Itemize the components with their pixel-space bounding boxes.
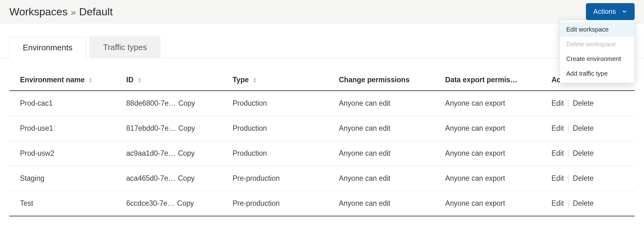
dropdown-item-edit-workspace[interactable]: Edit workspace: [560, 22, 634, 37]
cell-export-permissions: Anyone can export: [434, 191, 541, 216]
table-row: Stagingaca465d0-7e…CopyPre-productionAny…: [9, 166, 635, 191]
column-header-change-permissions-label: Change permissions: [339, 76, 409, 84]
id-text: 6ccdce30-7e…: [126, 199, 175, 208]
dropdown-item-delete-workspace: Delete workspace: [560, 37, 634, 52]
cell-env-name: Staging: [9, 166, 116, 191]
cell-change-permissions: Anyone can edit: [328, 191, 434, 216]
cell-type: Pre-production: [222, 191, 328, 216]
edit-link[interactable]: Edit: [552, 99, 564, 108]
environments-table: Environment name ID Type Change permissi…: [9, 71, 635, 216]
dropdown-item-add-traffic-type[interactable]: Add traffic type: [560, 66, 634, 81]
column-header-env-name-label: Environment name: [20, 76, 85, 84]
copy-link[interactable]: Copy: [178, 174, 195, 183]
id-text: 88de6800-7e…: [126, 99, 176, 108]
tabs: Environments Traffic types: [0, 37, 644, 58]
delete-link[interactable]: Delete: [573, 149, 593, 158]
cell-export-permissions: Anyone can export: [434, 141, 541, 166]
cell-change-permissions: Anyone can edit: [328, 116, 434, 141]
cell-type: Pre-production: [222, 166, 328, 191]
cell-actions: EditDelete: [541, 141, 635, 166]
action-divider: [568, 124, 568, 133]
cell-type: Production: [222, 91, 328, 116]
delete-link[interactable]: Delete: [573, 99, 593, 108]
cell-id: 6ccdce30-7e…Copy: [116, 191, 222, 216]
cell-env-name: Test: [9, 191, 116, 216]
copy-link[interactable]: Copy: [178, 149, 195, 158]
cell-actions: EditDelete: [541, 116, 635, 141]
delete-link[interactable]: Delete: [573, 199, 593, 208]
cell-actions: EditDelete: [541, 91, 635, 116]
sort-icon: [89, 78, 92, 83]
table-row: Prod-use1817ebdd0-7e…CopyProductionAnyon…: [9, 116, 635, 141]
tab-traffic-types[interactable]: Traffic types: [90, 37, 160, 58]
breadcrumb-separator: »: [71, 7, 76, 18]
action-divider: [568, 174, 568, 183]
cell-env-name: Prod-cac1: [9, 91, 116, 116]
cell-export-permissions: Anyone can export: [434, 116, 541, 141]
chevron-down-icon: [622, 9, 627, 14]
table-row: Prod-usw2ac9aa1d0-7e…CopyProductionAnyon…: [9, 141, 635, 166]
breadcrumb: Workspaces » Default: [9, 6, 113, 18]
actions-button[interactable]: Actions: [586, 3, 635, 20]
sort-icon: [253, 78, 256, 83]
column-header-export-permissions: Data export permis…: [434, 71, 541, 91]
delete-link[interactable]: Delete: [573, 124, 593, 133]
cell-id: 88de6800-7e…Copy: [116, 91, 222, 116]
action-divider: [568, 199, 568, 208]
column-header-env-name[interactable]: Environment name: [9, 71, 116, 91]
action-divider: [568, 99, 568, 108]
actions-dropdown: Edit workspace Delete workspace Create e…: [560, 20, 635, 83]
edit-link[interactable]: Edit: [552, 124, 564, 133]
cell-id: 817ebdd0-7e…Copy: [116, 116, 222, 141]
column-header-change-permissions: Change permissions: [328, 71, 434, 91]
actions-button-label: Actions: [593, 8, 616, 16]
id-text: aca465d0-7e…: [126, 174, 175, 183]
table-row: Test6ccdce30-7e…CopyPre-productionAnyone…: [9, 191, 635, 216]
cell-change-permissions: Anyone can edit: [328, 166, 434, 191]
cell-actions: EditDelete: [541, 166, 635, 191]
column-header-type-label: Type: [233, 76, 249, 84]
id-text: 817ebdd0-7e…: [126, 124, 176, 133]
column-header-id-label: ID: [126, 76, 133, 84]
cell-type: Production: [222, 141, 328, 166]
column-header-type[interactable]: Type: [222, 71, 328, 91]
breadcrumb-current: Default: [79, 6, 113, 18]
action-divider: [568, 149, 568, 158]
copy-link[interactable]: Copy: [177, 199, 194, 208]
copy-link[interactable]: Copy: [178, 124, 195, 133]
cell-change-permissions: Anyone can edit: [328, 91, 434, 116]
column-header-id[interactable]: ID: [116, 71, 222, 91]
cell-actions: EditDelete: [541, 191, 635, 216]
cell-export-permissions: Anyone can export: [434, 91, 541, 116]
sort-icon: [138, 78, 141, 83]
edit-link[interactable]: Edit: [552, 174, 564, 183]
tab-environments[interactable]: Environments: [9, 37, 86, 58]
dropdown-item-create-environment[interactable]: Create environment: [560, 52, 634, 66]
cell-change-permissions: Anyone can edit: [328, 141, 434, 166]
breadcrumb-root[interactable]: Workspaces: [9, 6, 67, 18]
cell-export-permissions: Anyone can export: [434, 166, 541, 191]
cell-env-name: Prod-usw2: [9, 141, 116, 166]
cell-id: ac9aa1d0-7e…Copy: [116, 141, 222, 166]
column-header-export-permissions-label: Data export permis…: [445, 76, 517, 84]
copy-link[interactable]: Copy: [178, 99, 195, 108]
id-text: ac9aa1d0-7e…: [126, 149, 175, 158]
edit-link[interactable]: Edit: [552, 149, 564, 158]
cell-id: aca465d0-7e…Copy: [116, 166, 222, 191]
cell-env-name: Prod-use1: [9, 116, 116, 141]
edit-link[interactable]: Edit: [552, 199, 564, 208]
table-row: Prod-cac188de6800-7e…CopyProductionAnyon…: [9, 91, 635, 116]
delete-link[interactable]: Delete: [573, 174, 593, 183]
cell-type: Production: [222, 116, 328, 141]
